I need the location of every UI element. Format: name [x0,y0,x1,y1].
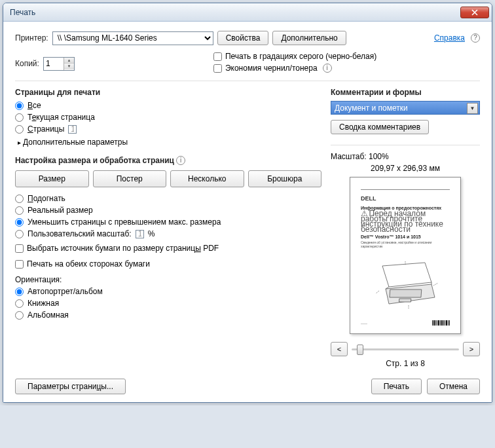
duplex-label: Печать на обеих сторонах бумаги [27,259,150,269]
radio-current-label: Текущая страница [28,113,95,122]
radio-shrink[interactable] [15,218,24,227]
info-icon[interactable]: i [176,156,185,165]
dimensions-label: 209,97 x 296,93 мм [331,164,480,173]
radio-actual[interactable] [15,206,24,215]
right-column: Комментарии и формы Документ и пометки ▼… [331,88,480,368]
help-icon[interactable]: ? [471,33,480,43]
chevron-down-icon: ▼ [467,103,478,114]
tab-poster[interactable]: Постер [93,170,167,187]
slider-thumb[interactable] [357,345,363,355]
printer-label: Принтер: [15,33,48,43]
dialog-body: Принтер: \\ \Samsung ML-1640 Series Свой… [3,22,492,402]
print-button[interactable]: Печать [371,379,422,394]
radio-auto-label: Автопортрет/альбом [28,287,103,296]
ink-save-label: Экономия чернил/тонера [225,64,318,73]
info-icon[interactable]: i [323,64,332,73]
close-button[interactable] [460,7,489,18]
ink-save-checkbox[interactable] [213,64,222,73]
summary-button[interactable]: Сводка комментариев [331,120,429,134]
radio-current[interactable] [15,113,24,122]
radio-pages[interactable] [15,125,24,134]
copies-input[interactable] [44,58,64,70]
print-dialog: Печать Принтер: \\ \Samsung ML-1640 Seri… [3,3,492,403]
window-title: Печать [10,8,460,17]
more-options-toggle[interactable]: ▸Дополнительные параметры [18,138,321,147]
chevron-right-icon: ▸ [18,139,21,146]
tab-booklet[interactable]: Брошюра [248,170,322,187]
printer-select[interactable]: \\ \Samsung ML-1640 Series [52,31,213,45]
radio-shrink-label: Уменьшить страницы с превышением макс. р… [28,217,221,227]
radio-portrait[interactable] [15,299,24,308]
print-preview: DELL Информация о предосторожностях ⚠ Пе… [350,177,461,334]
duplex-checkbox[interactable] [15,260,24,269]
radio-portrait-label: Книжная [28,299,59,308]
radio-pages-label: Страницы [28,124,64,134]
spinner-down[interactable]: ▼ [64,64,74,69]
paper-source-checkbox[interactable] [15,244,24,253]
radio-landscape-label: Альбомная [28,310,69,320]
pages-range-input[interactable] [68,125,77,134]
cancel-button[interactable]: Отмена [427,379,480,394]
paper-source-label: Выбрать источник бумаги по размеру стран… [27,244,219,253]
advanced-button[interactable]: Дополнительно [272,31,346,45]
size-section-title: Настройка размера и обработка страниц [15,156,174,165]
help-link[interactable]: Справка [434,33,465,43]
close-icon [471,9,478,16]
radio-landscape[interactable] [15,311,24,320]
radio-all[interactable] [15,102,24,110]
pages-section-title: Страницы для печати [15,88,321,97]
tab-multiple[interactable]: Несколько [170,170,244,187]
radio-fit[interactable] [15,195,24,203]
preview-logo: DELL [361,195,450,202]
radio-fit-label: Подогнать [28,194,65,203]
page-slider[interactable] [352,348,459,350]
titlebar: Печать [3,3,492,22]
radio-custom-scale[interactable] [15,230,24,238]
copies-label: Копий: [15,59,39,68]
radio-actual-label: Реальный размер [28,206,93,215]
next-page-button[interactable]: > [463,342,480,356]
barcode-icon [432,320,450,326]
orientation-title: Ориентация: [15,275,321,284]
copies-spinner[interactable]: ▲ ▼ [43,57,75,71]
custom-scale-input[interactable] [136,230,144,238]
page-setup-button[interactable]: Параметры страницы... [15,379,126,394]
tab-size[interactable]: Размер [15,170,89,187]
left-column: Страницы для печати Все Текущая страница… [15,88,321,368]
laptop-illustration [361,254,450,316]
prev-page-button[interactable]: < [331,342,348,356]
radio-auto-orient[interactable] [15,288,24,296]
comments-dropdown[interactable]: Документ и пометки ▼ [331,101,480,115]
grayscale-label: Печать в градациях серого (черно-белая) [225,52,376,61]
radio-all-label: Все [28,101,41,110]
properties-button[interactable]: Свойства [217,31,269,45]
comments-title: Комментарии и формы [331,88,480,97]
radio-custom-label: Пользовательский масштаб: [28,229,132,238]
spinner-up[interactable]: ▲ [64,58,74,64]
page-indicator: Стр. 1 из 8 [331,359,480,368]
scale-label: Масштаб: 100% [331,152,480,161]
grayscale-checkbox[interactable] [213,52,222,61]
svg-rect-0 [390,289,422,297]
svg-rect-1 [399,299,411,302]
